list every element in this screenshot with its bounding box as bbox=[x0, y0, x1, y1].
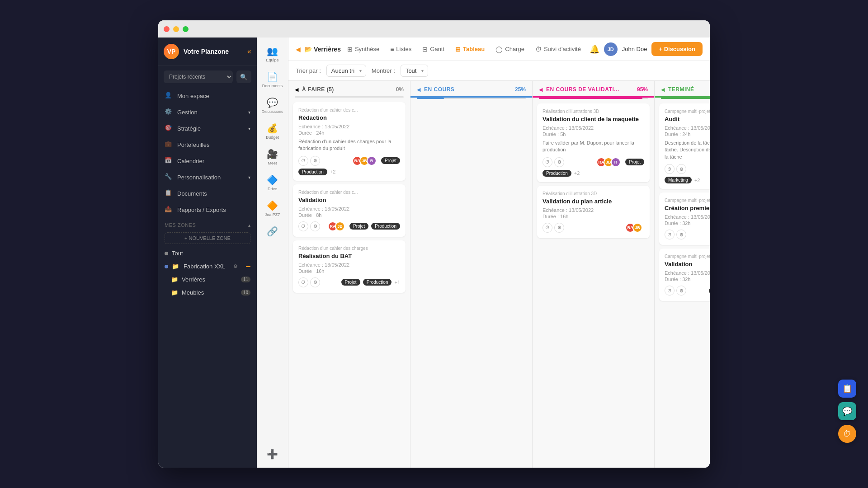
minimize-btn[interactable] bbox=[173, 26, 179, 32]
panel-link[interactable]: 🔗 bbox=[261, 222, 284, 240]
zone-tout[interactable]: Tout bbox=[158, 247, 257, 260]
card-audit-settings[interactable]: ⚙ bbox=[676, 164, 686, 174]
panel-documents[interactable]: 📄 Documents bbox=[261, 68, 284, 92]
column-cards-en-cours bbox=[410, 103, 532, 468]
column-progress-fill-termine bbox=[661, 98, 710, 99]
fabrication-settings-icon[interactable]: ⚙ bbox=[233, 263, 238, 269]
column-progress-fill-en-cours bbox=[417, 98, 444, 99]
panel-discussions[interactable]: 💬 Discussions bbox=[261, 94, 284, 117]
panel-link-icon: 🔗 bbox=[267, 226, 278, 237]
brand-name: Votre Planzone bbox=[184, 48, 229, 55]
card-validation-termine[interactable]: Campagne multi-projets Validation Echéan… bbox=[659, 249, 710, 301]
card-vt-echeance: Echéance : 13/05/2022 bbox=[665, 270, 710, 276]
card-3d-settings[interactable]: ⚙ bbox=[676, 230, 686, 239]
fab-blue[interactable]: 📋 bbox=[838, 380, 856, 398]
sidebar-collapse-btn[interactable]: « bbox=[247, 47, 251, 56]
column-title-en-cours: EN COURS bbox=[424, 86, 454, 93]
card-vf-timer[interactable]: ⏱ bbox=[298, 221, 308, 231]
card-validation-faire[interactable]: Rédaction d'un cahier des c... Validatio… bbox=[293, 184, 406, 237]
sidebar-item-documents[interactable]: 📋 Documents bbox=[158, 185, 257, 202]
nouvelle-zone-button[interactable]: + NOUVELLE ZONE bbox=[165, 232, 250, 244]
icon-panel: 👥 Équipe 📄 Documents 💬 Discussions 💰 Bud… bbox=[257, 38, 288, 468]
tab-gantt[interactable]: ⊟ Gantt bbox=[418, 43, 449, 56]
tab-suivi[interactable]: ⏱ Suivi d'activité bbox=[531, 43, 585, 56]
card-validation-faire-title: Validation bbox=[298, 197, 400, 203]
card-audit-timer[interactable]: ⏱ bbox=[665, 164, 675, 174]
tab-listes[interactable]: ≡ Listes bbox=[386, 43, 416, 56]
card-vt-timer[interactable]: ⏱ bbox=[665, 286, 675, 296]
fab-orange[interactable]: ⏱ bbox=[838, 425, 856, 443]
search-button[interactable]: 🔍 bbox=[236, 70, 251, 83]
tab-charge[interactable]: ◯ Charge bbox=[491, 43, 529, 56]
notification-button[interactable]: 🔔 bbox=[590, 44, 599, 54]
close-btn[interactable] bbox=[164, 26, 170, 32]
card-vp-settings[interactable]: ⚙ bbox=[554, 223, 564, 233]
sidebar-item-mon-espace[interactable]: 👤 Mon espace bbox=[158, 88, 257, 104]
gestion-arrow: ▾ bbox=[248, 110, 250, 115]
panel-meet-icon: 🎥 bbox=[267, 149, 278, 160]
tab-synthese[interactable]: ⊞ Synthèse bbox=[343, 43, 384, 56]
card-vp-footer: ⏱ ⚙ RA JB bbox=[542, 223, 644, 233]
avatar-r-vm: R bbox=[611, 157, 621, 167]
card-realisation-bat[interactable]: Rédaction d'un cahier des charges Réalis… bbox=[293, 240, 406, 293]
equipe-icon: 👥 bbox=[267, 46, 278, 56]
sidebar-item-rapports[interactable]: 📤 Rapports / Exports bbox=[158, 202, 257, 218]
zone-verrieres[interactable]: 📁 Verrières 11 bbox=[158, 273, 257, 286]
mes-zones-collapse[interactable]: ▴ bbox=[248, 223, 251, 228]
card-vf-settings[interactable]: ⚙ bbox=[310, 221, 320, 231]
card-vm-timer[interactable]: ⏱ bbox=[542, 157, 552, 167]
panel-jira-label: Jira PZ7 bbox=[265, 212, 280, 217]
card-redaction-timer[interactable]: ⏱ bbox=[298, 156, 308, 166]
fab-teal[interactable]: 💬 bbox=[838, 402, 856, 420]
card-bat-timer[interactable]: ⏱ bbox=[298, 277, 308, 287]
tab-gantt-label: Gantt bbox=[430, 46, 444, 52]
panel-meet[interactable]: 🎥 Meet bbox=[261, 145, 284, 169]
card-vt-title: Validation bbox=[665, 261, 710, 267]
sidebar-item-strategie[interactable]: 🎯 Stratégie ▾ bbox=[158, 120, 257, 136]
card-3d-timer[interactable]: ⏱ bbox=[665, 230, 675, 239]
sidebar-item-calendrier[interactable]: 📅 Calendrier bbox=[158, 153, 257, 169]
sidebar-item-portefeuilles[interactable]: 💼 Portefeuilles bbox=[158, 136, 257, 153]
sidebar-label-portefeuilles: Portefeuilles bbox=[177, 141, 210, 148]
panel-budget-label: Budget bbox=[266, 135, 279, 140]
sidebar-item-personnalisation[interactable]: 🔧 Personnalisation ▾ bbox=[158, 169, 257, 185]
maximize-btn[interactable] bbox=[183, 26, 189, 32]
back-button[interactable]: ◀ bbox=[296, 46, 301, 53]
zone-fabrication-dot bbox=[165, 265, 168, 268]
montrer-select[interactable]: Tout bbox=[401, 65, 428, 77]
card-redaction-settings[interactable]: ⚙ bbox=[310, 156, 320, 166]
panel-jira-icon: 🔶 bbox=[267, 200, 278, 211]
discussion-button[interactable]: + Discussion bbox=[651, 42, 703, 56]
fab-blue-icon: 📋 bbox=[842, 384, 852, 394]
panel-equipe[interactable]: 👥 Équipe bbox=[261, 42, 284, 66]
zone-meubles[interactable]: 📁 Meubles 10 bbox=[158, 286, 257, 299]
tab-tableau[interactable]: ⊞ Tableau bbox=[451, 43, 489, 56]
card-vp-timer[interactable]: ⏱ bbox=[542, 223, 552, 233]
card-audit[interactable]: Campagne multi-projets Audit Echéance : … bbox=[659, 103, 710, 189]
panel-add[interactable]: ➕ bbox=[261, 445, 284, 463]
panel-budget[interactable]: 💰 Budget bbox=[261, 119, 284, 143]
tag-extra-vm: +2 bbox=[574, 170, 580, 176]
project-select[interactable]: Projets récents bbox=[164, 70, 233, 83]
card-vt-settings[interactable]: ⚙ bbox=[676, 286, 686, 296]
trier-select[interactable]: Aucun tri bbox=[326, 65, 366, 77]
validation-chevron: ◀ bbox=[539, 87, 542, 93]
panel-jira[interactable]: 🔶 Jira PZ7 bbox=[261, 197, 284, 221]
card-redaction-footer: ⏱ ⚙ RA JB R Projet Production bbox=[298, 156, 400, 175]
tag-production-vm: Production bbox=[542, 170, 571, 177]
card-validation-maquette[interactable]: Réalisation d'illustrations 3D Validatio… bbox=[537, 103, 650, 182]
zone-verrieres-label: Verrières bbox=[182, 276, 205, 283]
card-vm-settings[interactable]: ⚙ bbox=[554, 157, 564, 167]
card-bat-settings[interactable]: ⚙ bbox=[310, 277, 320, 287]
zone-fabrication[interactable]: 📁 Fabrication XXL ⚙ bbox=[158, 260, 257, 273]
page-title: Verrières bbox=[314, 46, 341, 53]
sidebar-item-gestion[interactable]: ⚙️ Gestion ▾ bbox=[158, 104, 257, 120]
brand-logo: VP bbox=[164, 44, 179, 59]
panel-drive[interactable]: 🔷 Drive bbox=[261, 171, 284, 195]
card-validation-plan[interactable]: Réalisation d'illustration 3D Validation… bbox=[537, 186, 650, 238]
card-redaction[interactable]: Rédaction d'un cahier des c... Rédaction… bbox=[293, 102, 406, 181]
card-vm-actions: ⏱ ⚙ bbox=[542, 157, 564, 167]
card-creation-3d[interactable]: Campagne multi-projets Création premier … bbox=[659, 192, 710, 245]
column-progress-en-cours bbox=[417, 98, 526, 99]
portefeuilles-icon: 💼 bbox=[165, 141, 173, 149]
